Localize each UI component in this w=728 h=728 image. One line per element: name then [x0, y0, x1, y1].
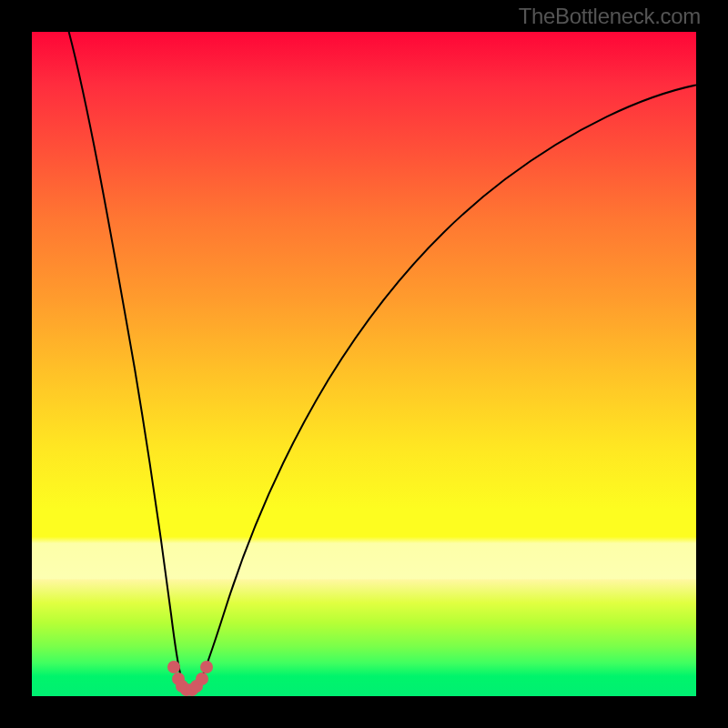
bottleneck-curve-svg — [32, 32, 696, 696]
chart-plot-area — [32, 32, 696, 696]
attribution-label: TheBottleneck.com — [519, 4, 701, 29]
marker-dot — [196, 672, 208, 685]
marker-dot — [200, 661, 213, 673]
curve-path — [66, 32, 696, 692]
marker-dot — [167, 661, 180, 673]
marker-group — [167, 661, 213, 696]
